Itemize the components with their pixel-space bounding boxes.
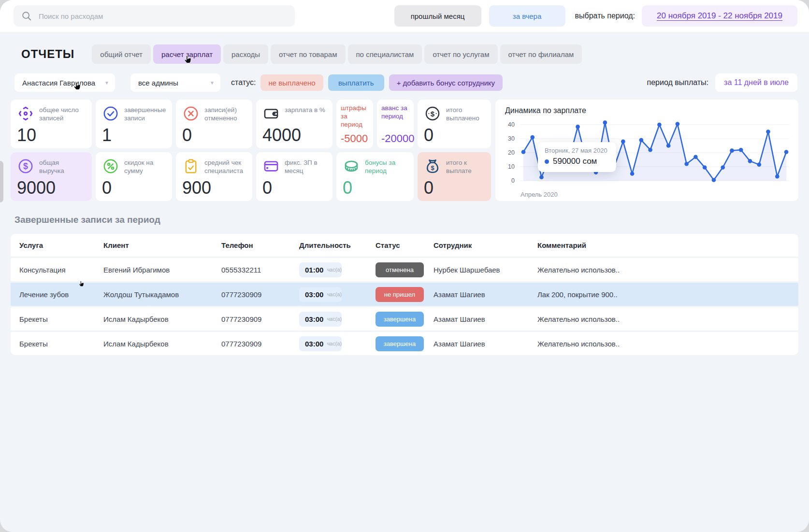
- status-badge: завершена: [376, 336, 424, 351]
- dollar-circle-icon: $: [17, 158, 34, 175]
- check-circle-icon: [102, 105, 119, 122]
- stat-card-total-records: общее число записей 10: [11, 100, 92, 148]
- chart-x-axis-label: Апрель 2020: [520, 191, 558, 198]
- left-edge-element: [0, 161, 3, 202]
- stat-card-total-revenue: $ общая выручка 9000: [11, 152, 92, 201]
- client-cell: Ислам Кадырбеков: [103, 315, 221, 323]
- report-tab[interactable]: отчет по товарам: [271, 44, 345, 64]
- stat-card-discounts: скидок на сумму 0: [96, 152, 172, 201]
- status-unpaid-chip[interactable]: не выплачено: [260, 74, 323, 91]
- records-table: УслугаКлиентТелефонДлительностьСтатусСот…: [11, 234, 798, 355]
- report-tabs: общий отчетрасчет зарплатрасходыотчет по…: [92, 44, 582, 64]
- stat-value: 9000: [17, 179, 86, 197]
- status-badge: завершена: [376, 312, 424, 327]
- stat-card-total-payable: $ итого к выплате 0: [418, 152, 491, 201]
- reports-header: ОТЧЕТЫ общий отчетрасчет зарплатрасходыо…: [21, 44, 798, 64]
- search-box[interactable]: [14, 5, 295, 27]
- column-header: Длительность: [299, 241, 376, 249]
- filters-row: Анастасия Гаврилова ▼ все админы ▼ стату…: [14, 73, 797, 92]
- stat-value: -5000: [341, 133, 369, 144]
- svg-text:10: 10: [508, 163, 515, 170]
- stat-value: 10: [17, 127, 86, 144]
- coin-dollar-icon: $: [424, 105, 441, 122]
- stat-value: 0: [343, 179, 407, 197]
- report-tab[interactable]: общий отчет: [92, 44, 151, 64]
- comment-cell: Желательно использов..: [537, 315, 790, 323]
- chart-tooltip: Вторник, 27 мая 2020 590000 сом: [538, 142, 616, 172]
- add-bonus-button[interactable]: + добавить бонус сотруднику: [389, 74, 503, 91]
- table-row[interactable]: Брекеты Ислам Кадырбеков 0777230909 03:0…: [11, 332, 798, 355]
- column-header: Клиент: [103, 241, 221, 249]
- stat-value: 0: [424, 127, 485, 144]
- topbar: прошлый месяц за вчера выбрать период: 2…: [0, 0, 809, 32]
- service-cell: Брекеты: [19, 315, 103, 323]
- tooltip-date: Вторник, 27 мая 2020: [545, 147, 607, 154]
- status-filter-label: статус:: [231, 78, 256, 87]
- stat-card-total-paid: $ итого выплачено 0: [418, 100, 491, 148]
- phone-cell: 0555332211: [221, 266, 299, 274]
- duration-cell: 01:00 час(а): [299, 262, 376, 277]
- last-month-button[interactable]: прошлый месяц: [394, 5, 481, 27]
- tooltip-dot-icon: [545, 159, 549, 164]
- stat-card-advance: аванс за период -20000: [377, 100, 414, 148]
- payout-period-value[interactable]: за 11 дней в июле: [715, 73, 797, 92]
- comment-cell: Желательно использов..: [537, 266, 790, 274]
- app-page: прошлый месяц за вчера выбрать период: 2…: [0, 0, 809, 532]
- salary-dynamics-chart: Динамика по зарплате 403020100 Апрель 20…: [495, 100, 798, 201]
- column-header: Телефон: [221, 241, 299, 249]
- stats-area: общее число записей 10 завершенные запис…: [11, 100, 798, 201]
- service-cell: Консультация: [19, 266, 103, 274]
- svg-text:$: $: [431, 110, 435, 118]
- date-range-picker[interactable]: 20 ноября 2019 - 22 ноября 2019: [642, 5, 797, 27]
- svg-text:30: 30: [508, 135, 515, 142]
- duration-badge: 03:00 час(а): [299, 336, 342, 351]
- table-row[interactable]: Брекеты Ислам Кадырбеков 0777230909 03:0…: [11, 307, 798, 331]
- admins-select[interactable]: все админы ▼: [130, 73, 220, 92]
- report-tab[interactable]: расчет зарплат: [153, 44, 221, 64]
- duration-badge: 01:00 час(а): [299, 262, 342, 277]
- yesterday-button[interactable]: за вчера: [489, 5, 565, 27]
- money-bag-icon: $: [424, 158, 441, 175]
- employee-cell: Азамат Шагиев: [433, 340, 537, 348]
- employee-cell: Азамат Шагиев: [433, 315, 537, 323]
- table-header-row: УслугаКлиентТелефонДлительностьСтатусСот…: [11, 234, 798, 257]
- choose-period-label: выбрать период:: [575, 12, 635, 20]
- comment-cell: Желательно использов..: [537, 340, 790, 348]
- duration-badge: 03:00 час(а): [299, 312, 342, 327]
- percent-circle-icon: [102, 158, 119, 175]
- stat-card-fixed-salary: фикс. ЗП в месяц 0: [256, 152, 332, 201]
- date-range-value: 20 ноября 2019 - 22 ноября 2019: [657, 11, 782, 21]
- stat-card-average-check: средний чек специалиста 900: [176, 152, 252, 201]
- search-icon: [21, 11, 32, 21]
- column-header: Статус: [376, 241, 433, 249]
- table-row[interactable]: Консультация Евгений Ибрагимов 055533221…: [11, 258, 798, 281]
- svg-text:20: 20: [508, 149, 515, 156]
- stat-card-completed-records: завершенные записи 1: [96, 100, 172, 148]
- search-input[interactable]: [38, 12, 287, 21]
- column-header: Услуга: [19, 241, 103, 249]
- report-tab[interactable]: отчет по филиалам: [500, 44, 582, 64]
- stat-value: -20000: [381, 133, 409, 144]
- service-cell: Лечение зубов: [19, 290, 103, 299]
- credit-card-icon: [262, 158, 280, 175]
- employee-select[interactable]: Анастасия Гаврилова ▼: [14, 73, 115, 92]
- pay-button[interactable]: выплатить: [328, 74, 384, 91]
- client-cell: Евгений Ибрагимов: [103, 266, 221, 274]
- report-tab[interactable]: по специалистам: [348, 44, 422, 64]
- payout-period-label: период выплаты:: [647, 78, 709, 87]
- employee-cell: Нурбек Шаршебаев: [433, 266, 537, 274]
- stat-value: 0: [424, 179, 485, 197]
- duration-cell: 03:00 час(а): [299, 287, 376, 302]
- report-tab[interactable]: расходы: [223, 44, 268, 64]
- table-row[interactable]: Лечение зубов Жолдош Тутыкадамов 0777230…: [11, 283, 798, 306]
- svg-text:40: 40: [508, 121, 515, 128]
- svg-text:$: $: [431, 164, 434, 172]
- tooltip-value: 590000 сом: [553, 157, 597, 166]
- table-section-heading: Завершенные записи за период: [14, 215, 809, 225]
- chevron-down-icon: ▼: [104, 80, 109, 86]
- employee-cell: Азамат Шагиев: [433, 290, 537, 299]
- phone-cell: 0777230909: [221, 340, 299, 348]
- column-header: Сотрудник: [433, 241, 537, 249]
- report-tab[interactable]: отчет по услугам: [424, 44, 497, 64]
- employee-select-value: Анастасия Гаврилова: [22, 79, 95, 87]
